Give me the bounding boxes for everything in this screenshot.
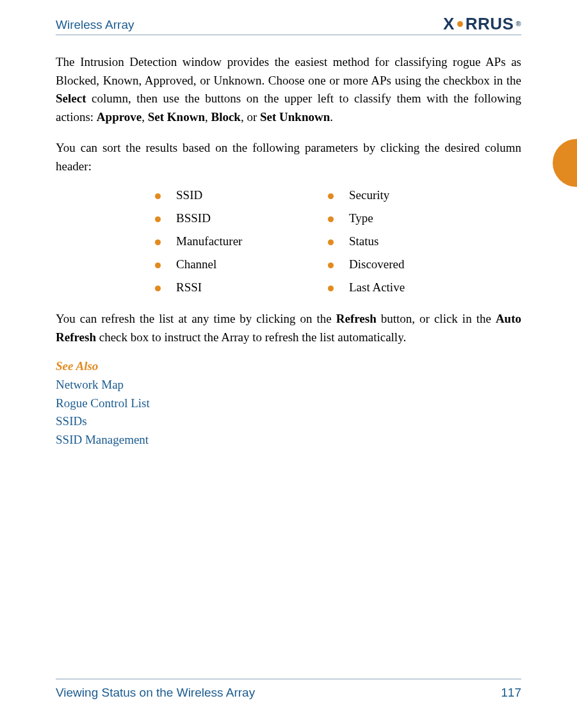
bullet-label: Security [349,188,389,202]
brand-logo-text-left: X [443,15,455,32]
brand-logo-registered: ® [516,20,521,28]
bullet-icon [155,286,161,291]
paragraph-sort: You can sort the results based on the fo… [56,139,521,175]
see-also-link[interactable]: SSIDs [56,412,521,431]
bullet-row: Manufacturer Status [155,234,521,248]
bullet-item: SSID [155,188,328,202]
text-bold: Approve [97,110,142,124]
brand-logo-dot-icon [457,21,463,27]
text-run: . [330,110,333,124]
text-run: , [142,110,148,124]
bullet-item: Last Active [328,280,494,295]
see-also-link[interactable]: SSID Management [56,431,521,449]
bullet-row: RSSI Last Active [155,280,521,295]
footer-page-number: 117 [501,686,521,700]
paragraph-intro: The Intrusion Detection window provides … [56,53,521,126]
text-bold: Select [56,92,86,105]
see-also-link[interactable]: Network Map [56,376,521,394]
text-bold: Refresh [336,312,377,325]
see-also-link[interactable]: Rogue Control List [56,394,521,413]
text-run: check box to instruct the Array to refre… [96,330,406,344]
bullet-item: RSSI [155,280,328,295]
bullet-icon [328,286,334,291]
bullet-item: Discovered [328,257,494,271]
text-bold: Block [211,110,240,124]
bullet-icon [328,193,334,199]
bullet-icon [328,263,334,268]
bullet-icon [155,216,161,222]
bullet-icon [155,263,161,268]
see-also-heading: See Also [56,359,521,373]
footer-title: Viewing Status on the Wireless Array [56,686,255,700]
bullet-icon [155,193,161,199]
bullet-item: Security [328,188,494,202]
brand-logo-text-right: RRUS [466,15,514,32]
bullet-item: Status [328,234,494,248]
bullet-icon [328,239,334,245]
text-run: button, or click in the [377,312,496,325]
brand-logo: X RRUS ® [443,15,521,32]
parameter-bullet-list: SSID Security BSSID Type Manufacturer St… [155,188,521,295]
bullet-label: Discovered [349,257,405,271]
bullet-row: SSID Security [155,188,521,202]
bullet-icon [155,239,161,245]
page-header: Wireless Array X RRUS ® [56,15,521,35]
page-content: Wireless Array X RRUS ® The Intrusion De… [0,0,577,728]
text-bold: Set Unknown [260,110,330,124]
bullet-icon [328,216,334,222]
text-run: The Intrusion Detection window provides … [56,55,521,87]
text-run: , or [241,110,260,124]
paragraph-refresh: You can refresh the list at any time by … [56,310,521,346]
bullet-label: Last Active [349,280,405,295]
bullet-label: RSSI [176,280,202,295]
bullet-label: Status [349,234,378,248]
bullet-item: Manufacturer [155,234,328,248]
bullet-item: Channel [155,257,328,271]
page-footer: Viewing Status on the Wireless Array 117 [56,679,521,700]
text-bold: Set Known [148,110,205,124]
bullet-label: Manufacturer [176,234,242,248]
bullet-row: Channel Discovered [155,257,521,271]
header-title: Wireless Array [56,18,134,32]
text-run: You can refresh the list at any time by … [56,312,336,325]
bullet-label: Channel [176,257,216,271]
bullet-item: BSSID [155,211,328,225]
bullet-item: Type [328,211,494,225]
bullet-label: Type [349,211,373,225]
bullet-label: BSSID [176,211,211,225]
bullet-row: BSSID Type [155,211,521,225]
bullet-label: SSID [176,188,202,202]
